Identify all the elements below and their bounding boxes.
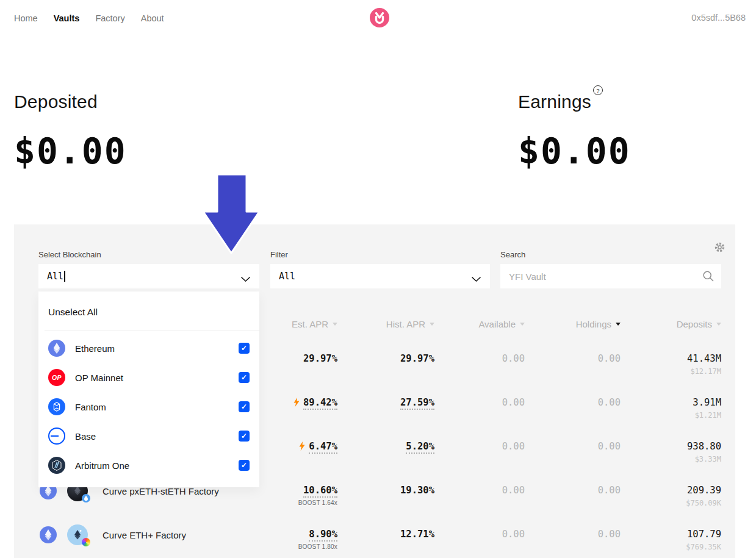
earnings-value: $0.00 — [518, 131, 631, 172]
hist-apr-value: 5.20% — [406, 441, 434, 454]
category-filter-group: Filter All — [270, 250, 490, 288]
deposited-label: Deposited — [14, 91, 127, 112]
blockchain-select[interactable]: All — [38, 264, 259, 288]
deposits-value: 938.80 — [621, 441, 721, 452]
earnings-label: Earnings? — [518, 91, 631, 112]
unselect-all-option[interactable]: Unselect All — [38, 299, 259, 326]
checkbox-checked[interactable] — [239, 343, 250, 354]
header-deposits[interactable]: Deposits — [621, 319, 721, 329]
vault-name: Curve ETH+ Factory — [103, 530, 186, 540]
est-apr-value: 29.97% — [303, 353, 337, 364]
available-value: 0.00 — [434, 441, 525, 452]
est-apr-value: 6.47% — [309, 441, 337, 454]
checkbox-checked[interactable] — [239, 431, 250, 442]
nav-vaults[interactable]: Vaults — [54, 13, 80, 23]
earnings-summary: Earnings? $0.00 — [518, 91, 631, 172]
search-box — [500, 264, 721, 288]
dropdown-item-label: Fantom — [75, 402, 106, 412]
deposits-value: 209.39 — [621, 485, 721, 496]
blockchain-dropdown: Unselect All Ethereum OP OP Mainnet — [38, 292, 259, 487]
boost-bolt-icon — [299, 442, 305, 454]
dropdown-item-base[interactable]: Base — [38, 421, 259, 451]
holdings-value: 0.00 — [525, 529, 621, 540]
hist-apr-value: 12.71% — [400, 529, 434, 540]
holdings-value: 0.00 — [525, 485, 621, 496]
checkbox-checked[interactable] — [239, 372, 250, 383]
nav-about[interactable]: About — [141, 13, 164, 23]
hist-apr-value: 19.30% — [400, 485, 434, 496]
sort-arrow-icon — [333, 323, 337, 326]
checkbox-checked[interactable] — [239, 460, 250, 471]
sort-arrow-icon — [430, 323, 434, 326]
dropdown-item-arbitrum-one[interactable]: Arbitrum One — [38, 451, 259, 480]
vault-name: Curve pxETH-stETH Factory — [103, 486, 219, 496]
arbitrum-one-icon — [48, 457, 65, 474]
base-icon — [48, 427, 65, 445]
deposits-usd: $1.21M — [621, 411, 721, 420]
sort-arrow-icon — [716, 323, 721, 326]
nav-home[interactable]: Home — [14, 13, 38, 23]
dropdown-item-label: Base — [75, 431, 96, 442]
earnings-label-text: Earnings — [518, 91, 591, 112]
chevron-down-icon — [471, 274, 481, 285]
holdings-value: 0.00 — [525, 397, 621, 409]
est-apr-value: 89.42% — [303, 397, 337, 410]
header-hist-apr[interactable]: Hist. APR — [337, 319, 434, 329]
wallet-address[interactable]: 0x5sdf...5B68 — [691, 13, 746, 23]
op-mainnet-icon: OP — [48, 369, 65, 386]
est-apr-value: 8.90% — [309, 529, 337, 542]
search-input[interactable] — [509, 271, 713, 282]
nav-factory[interactable]: Factory — [95, 13, 124, 23]
dropdown-item-label: OP Mainnet — [75, 373, 123, 383]
deposits-value: 3.91M — [621, 397, 721, 409]
available-value: 0.00 — [434, 485, 525, 496]
available-value: 0.00 — [434, 397, 525, 409]
yearn-logo-icon[interactable] — [370, 8, 389, 27]
vaults-panel: Select Blockchain All Filter All Search — [14, 224, 735, 558]
header-est-apr[interactable]: Est. APR — [258, 319, 337, 329]
boost-bolt-icon — [293, 398, 300, 410]
header-label: Deposits — [677, 319, 712, 329]
checkbox-checked[interactable] — [239, 401, 250, 412]
header-label: Hist. APR — [386, 319, 425, 329]
header-label: Est. APR — [292, 319, 328, 329]
dropdown-divider — [45, 331, 259, 331]
dropdown-item-label: Ethereum — [75, 343, 115, 354]
help-icon[interactable]: ? — [593, 85, 603, 95]
dropdown-item-op-mainnet[interactable]: OP OP Mainnet — [38, 363, 259, 392]
deposited-summary: Deposited $0.00 — [14, 91, 127, 172]
header-label: Holdings — [576, 319, 611, 329]
steth-badge-icon — [82, 494, 90, 503]
token-icon — [67, 524, 88, 545]
boost-label: BOOST 1.64x — [258, 499, 337, 506]
hist-apr-value: 29.97% — [400, 353, 434, 364]
table-row[interactable]: Curve ETH+ Factory 8.90%BOOST 1.80x 12.7… — [14, 513, 735, 557]
deposits-usd: $12.17M — [621, 367, 721, 376]
available-value: 0.00 — [434, 529, 525, 540]
ethereum-icon — [48, 340, 65, 357]
lp-badge-icon — [82, 538, 90, 546]
header-holdings[interactable]: Holdings — [525, 319, 621, 329]
hist-apr-value: 27.59% — [400, 397, 434, 410]
blockchain-filter-group: Select Blockchain All — [38, 250, 259, 288]
deposits-usd: $3.33M — [621, 455, 721, 463]
search-icon[interactable] — [702, 270, 715, 285]
dropdown-item-label: Arbitrum One — [75, 460, 129, 471]
category-filter-label: Filter — [270, 250, 490, 259]
est-apr-value: 10.60% — [303, 485, 337, 498]
deposits-value: 41.43M — [621, 353, 721, 365]
dropdown-item-fantom[interactable]: Fantom — [38, 392, 259, 421]
header-available[interactable]: Available — [434, 319, 525, 329]
blockchain-filter-label: Select Blockchain — [38, 250, 259, 259]
holdings-value: 0.00 — [525, 353, 621, 365]
sort-arrow-active-icon — [616, 323, 621, 326]
dropdown-item-ethereum[interactable]: Ethereum — [38, 334, 259, 363]
blockchain-select-value: All — [47, 271, 63, 282]
category-select[interactable]: All — [270, 264, 490, 288]
text-cursor — [64, 271, 65, 282]
sort-arrow-icon — [520, 323, 525, 326]
deposits-usd: $750.09K — [621, 499, 721, 507]
fantom-icon — [48, 398, 65, 415]
search-label: Search — [500, 250, 721, 259]
top-nav: Home Vaults Factory About — [14, 13, 164, 23]
